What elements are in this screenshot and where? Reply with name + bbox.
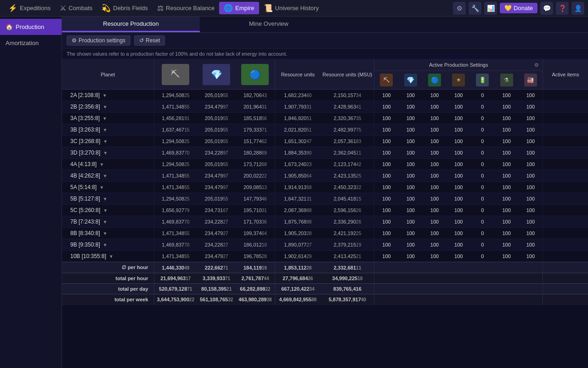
crystal-cell: 234,47997 bbox=[197, 101, 236, 113]
res-units-cell: 2,087,36988 bbox=[275, 205, 321, 216]
res-msu-cell: 2,450,32322 bbox=[321, 182, 374, 193]
sidebar-item-production[interactable]: 🏠 Production bbox=[0, 19, 62, 35]
planet-dropdown[interactable]: ▼ bbox=[103, 242, 107, 247]
planet-dropdown[interactable]: ▼ bbox=[103, 139, 107, 144]
table-row[interactable]: 4A [4:13:8] ▼ 1,294,50825 205,01955 173,… bbox=[62, 159, 588, 170]
nav-expeditions[interactable]: ⚡ Expeditions bbox=[4, 2, 55, 14]
sidebar-item-amortization[interactable]: Amortization bbox=[0, 35, 62, 51]
crystal-cell: 234,47997 bbox=[197, 170, 236, 182]
footer-metal: 520,679,12871 bbox=[154, 284, 197, 294]
res-units-cell: 1,647,32131 bbox=[275, 193, 321, 205]
metal-cell: 1,469,83770 bbox=[154, 216, 197, 228]
donate-button[interactable]: 💛 Donate bbox=[500, 3, 537, 13]
planet-cell: 8B [8:340:8] ▼ bbox=[62, 228, 154, 239]
sidebar-production-label: Production bbox=[16, 23, 44, 30]
resource-units-header: Resource units bbox=[275, 59, 321, 90]
v2-cell: 100 bbox=[399, 124, 423, 136]
table-row[interactable]: 3D [3:270:8] ▼ 1,469,83770 234,22897 180… bbox=[62, 147, 588, 159]
user-icon-btn[interactable]: 👤 bbox=[571, 2, 584, 15]
v3-cell: 100 bbox=[423, 216, 447, 228]
table-row[interactable]: 5B [5:127:8] ▼ 1,294,50825 205,01955 147… bbox=[62, 193, 588, 205]
planet-dropdown[interactable]: ▼ bbox=[103, 150, 107, 155]
settings-icon-btn[interactable]: ⚙ bbox=[453, 2, 466, 15]
v4-cell: 100 bbox=[447, 170, 470, 182]
table-row[interactable]: 3A [3:255:8] ▼ 1,456,28191 205,01955 185… bbox=[62, 113, 588, 124]
active-items-cell bbox=[543, 182, 588, 193]
planet-dropdown[interactable]: ▼ bbox=[103, 173, 107, 178]
nav-universe-history[interactable]: 📜 Universe History bbox=[259, 2, 323, 14]
nav-combats[interactable]: ⚔ Combats bbox=[55, 2, 97, 14]
active-items-cell bbox=[543, 124, 588, 136]
nav-resource-balance[interactable]: ⚖ Resource Balance bbox=[153, 2, 219, 14]
production-settings-button[interactable]: ⚙ Production settings bbox=[67, 35, 130, 46]
v1-cell: 100 bbox=[374, 251, 399, 262]
deut-cell: 179,33371 bbox=[236, 124, 275, 136]
planet-dropdown[interactable]: ▼ bbox=[103, 219, 107, 224]
deut-cell: 196,78528 bbox=[236, 251, 275, 262]
v1-cell: 100 bbox=[374, 124, 399, 136]
planet-dropdown[interactable]: ▼ bbox=[102, 116, 107, 121]
planet-dropdown[interactable]: ▼ bbox=[99, 185, 104, 190]
table-row[interactable]: 8B [8:340:8] ▼ 1,471,34855 234,47927 199… bbox=[62, 228, 588, 239]
v5-cell: 0 bbox=[470, 239, 494, 251]
deut-icon: 🔵 bbox=[241, 64, 269, 85]
footer-res-msu: 34,990,22510 bbox=[321, 273, 374, 284]
v6-cell: 100 bbox=[495, 251, 519, 262]
table-row[interactable]: 9B [9:350:8] ▼ 1,469,83770 234,22827 186… bbox=[62, 239, 588, 251]
table-area[interactable]: Planet ⛏ 💎 🔵 Resource uni bbox=[62, 59, 588, 368]
nav-debris[interactable]: 💫 Debris Fields bbox=[97, 2, 153, 14]
table-row[interactable]: 3B [3:263:8] ▼ 1,637,46715 205,01955 179… bbox=[62, 124, 588, 136]
tab-resource-production[interactable]: Resource Production bbox=[62, 17, 200, 32]
metal-cell: 1,471,34855 bbox=[154, 228, 197, 239]
table-row[interactable]: 4B [4:262:8] ▼ 1,471,34855 234,47997 200… bbox=[62, 170, 588, 182]
planet-dropdown[interactable]: ▼ bbox=[109, 254, 113, 259]
table-row[interactable]: 5A [5:14:8] ▼ 1,471,34855 234,47997 209,… bbox=[62, 182, 588, 193]
planet-dropdown[interactable]: ▼ bbox=[99, 162, 104, 167]
table-row[interactable]: 5C [5:260:8] ▼ 1,656,92779 234,73167 195… bbox=[62, 205, 588, 216]
nav-empire[interactable]: 🌐 Empire bbox=[219, 2, 259, 14]
v6-cell: 100 bbox=[495, 182, 519, 193]
active-items-cell bbox=[543, 193, 588, 205]
planet-dropdown[interactable]: ▼ bbox=[103, 196, 107, 201]
planet-dropdown[interactable]: ▼ bbox=[103, 104, 107, 109]
reset-button[interactable]: ↺ Reset bbox=[134, 35, 165, 46]
empire-icon: 🌐 bbox=[224, 4, 233, 12]
v1-cell: 100 bbox=[374, 228, 399, 239]
v6-cell: 100 bbox=[495, 136, 519, 147]
metal-icon: ⛏ bbox=[162, 64, 189, 85]
res-units-cell: 1,905,85064 bbox=[275, 170, 321, 182]
footer-res-msu: 5,878,357,91740 bbox=[321, 294, 374, 305]
tools-icon-btn[interactable]: 🔧 bbox=[469, 2, 481, 15]
planet-cell: 3D [3:270:8] ▼ bbox=[62, 147, 154, 159]
crystal-cell: 234,22897 bbox=[197, 147, 236, 159]
planet-dropdown[interactable]: ▼ bbox=[102, 93, 107, 98]
active-prod-settings-icon[interactable]: ⚙ bbox=[534, 62, 539, 68]
res-msu-cell: 2,123,17442 bbox=[321, 159, 374, 170]
table-row[interactable]: 10B [10:355:8] ▼ 1,471,34855 234,47927 1… bbox=[62, 251, 588, 262]
v4-icon-header: ☀ bbox=[447, 71, 470, 90]
v2-cell: 100 bbox=[399, 113, 423, 124]
table-row[interactable]: 7B [7:243:8] ▼ 1,469,83770 234,22827 171… bbox=[62, 216, 588, 228]
planet-dropdown[interactable]: ▼ bbox=[103, 127, 107, 132]
tab-mine-overview[interactable]: Mine Overview bbox=[200, 17, 338, 32]
planet-cell: 5A [5:14:8] ▼ bbox=[62, 182, 154, 193]
v6-cell: 100 bbox=[495, 90, 519, 101]
v1-cell: 100 bbox=[374, 113, 399, 124]
table-row[interactable]: 2B [2:356:8] ▼ 1,471,34855 234,47997 201… bbox=[62, 101, 588, 113]
planet-cell: 2B [2:356:8] ▼ bbox=[62, 101, 154, 113]
metal-cell: 1,471,34855 bbox=[154, 170, 197, 182]
help-icon-btn[interactable]: ❓ bbox=[556, 2, 569, 15]
planet-dropdown[interactable]: ▼ bbox=[103, 231, 107, 236]
table-row[interactable]: 3C [3:268:8] ▼ 1,294,50825 205,01955 151… bbox=[62, 136, 588, 147]
planet-dropdown[interactable]: ▼ bbox=[103, 208, 107, 213]
sidebar: 🏠 Production Amortization bbox=[0, 17, 62, 368]
v5-cell: 0 bbox=[470, 193, 494, 205]
table-row[interactable]: 2A [2:108:8] ▼ 1,294,50825 205,01955 182… bbox=[62, 90, 588, 101]
v1-icon-header: ⛏ bbox=[374, 71, 399, 90]
footer-res-units: 667,120,42234 bbox=[275, 284, 321, 294]
deut-cell: 182,70643 bbox=[236, 90, 275, 101]
stats-icon-btn[interactable]: 📊 bbox=[484, 2, 497, 15]
res-units-cell: 1,673,24023 bbox=[275, 159, 321, 170]
v2-cell: 100 bbox=[399, 251, 423, 262]
discord-icon-btn[interactable]: 💬 bbox=[540, 2, 553, 15]
